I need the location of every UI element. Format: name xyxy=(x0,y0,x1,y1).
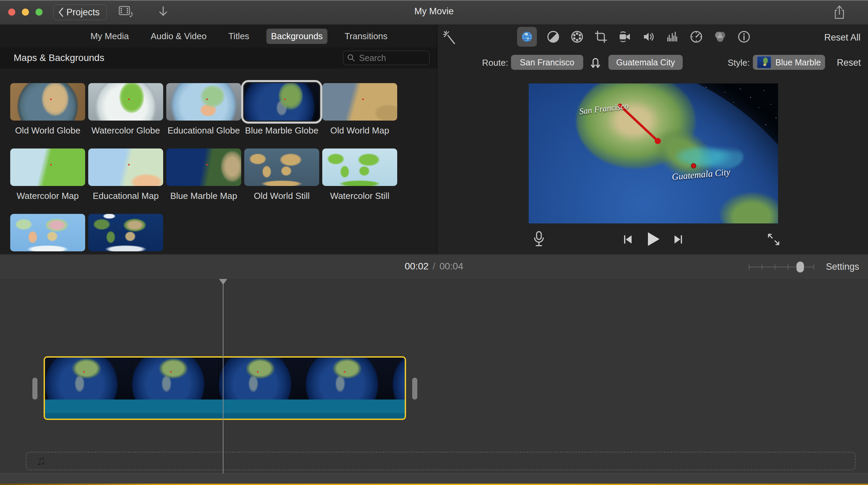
project-title: My Movie xyxy=(0,6,868,17)
slider-ticks xyxy=(749,264,814,270)
section-title: Maps & Backgrounds xyxy=(14,52,104,63)
map-globe-icon[interactable] xyxy=(517,27,537,47)
share-button[interactable] xyxy=(833,5,846,20)
route-controls: Route: San Francisco Guatemala City Styl… xyxy=(437,53,868,73)
thumbnail xyxy=(10,148,85,186)
playhead-line xyxy=(223,284,223,473)
clip-frame xyxy=(219,358,306,400)
video-preview: San Francisco Guatemala City xyxy=(529,83,778,223)
fullscreen-icon[interactable] xyxy=(766,232,781,247)
reset-button[interactable]: Reset xyxy=(837,58,861,68)
thumbnail xyxy=(10,214,85,251)
thumbnail xyxy=(166,83,241,121)
timeline-toolbar: 00:02 / 00:04 Settings xyxy=(0,254,868,279)
timecode-display: 00:02 / 00:04 xyxy=(405,261,463,272)
route-label: Route: xyxy=(482,58,508,68)
thumbnail xyxy=(322,83,397,121)
reset-all-button[interactable]: Reset All xyxy=(824,32,861,43)
thumbnail xyxy=(244,83,319,121)
tab-backgrounds[interactable]: Backgrounds xyxy=(266,29,328,44)
style-label: Style: xyxy=(728,58,750,68)
route-to-button[interactable]: Guatemala City xyxy=(608,55,683,70)
background-item-blue-marble-map[interactable]: Blue Marble Map xyxy=(166,148,241,201)
clip-trim-handle-right[interactable] xyxy=(412,378,417,400)
color-correction-icon[interactable] xyxy=(713,29,728,44)
search-icon xyxy=(347,53,356,62)
imovie-window: Projects ♪ My Movie My Media Aud xyxy=(0,0,868,485)
slider-thumb[interactable] xyxy=(796,262,804,272)
swap-route-icon[interactable] xyxy=(589,56,602,70)
current-time: 00:02 xyxy=(405,261,429,272)
browser-tabs: My Media Audio & Video Titles Background… xyxy=(0,25,437,47)
viewer-toolbar: Reset All xyxy=(437,25,868,50)
tab-audio-video[interactable]: Audio & Video xyxy=(146,29,211,44)
selected-video-clip[interactable] xyxy=(44,356,406,420)
route-overlay xyxy=(529,83,778,223)
background-item-blue-marble-globe[interactable]: Blue Marble Globe xyxy=(244,83,319,136)
clip-frame xyxy=(132,358,219,400)
magic-wand-icon[interactable] xyxy=(443,30,458,45)
color-wheel-icon[interactable] xyxy=(570,29,585,44)
search-field[interactable] xyxy=(343,51,430,65)
clip-filmstrip xyxy=(45,358,405,400)
clip-audio-waveform-bar xyxy=(45,400,405,419)
route-from-button[interactable]: San Francisco xyxy=(511,55,583,70)
search-input[interactable] xyxy=(358,53,426,63)
time-separator: / xyxy=(433,261,435,272)
thumbnail xyxy=(88,214,163,251)
speed-gauge-icon[interactable] xyxy=(689,29,704,44)
background-item-watercolor-still[interactable]: Watercolor Still xyxy=(322,148,397,201)
viewer-panel: Reset All Route: San Francisco Guatemala… xyxy=(437,25,868,254)
background-item-old-world-still[interactable]: Old World Still xyxy=(244,148,319,201)
background-item-watercolor-map[interactable]: Watercolor Map xyxy=(10,148,85,201)
playback-controls xyxy=(437,223,868,254)
audio-track-drop-zone[interactable]: ♫ xyxy=(26,452,856,470)
background-item-educational-globe[interactable]: Educational Globe xyxy=(166,83,241,136)
timeline-zoom-slider[interactable] xyxy=(749,262,814,272)
microphone-icon[interactable] xyxy=(532,231,546,248)
skip-back-button[interactable] xyxy=(621,233,634,246)
volume-icon[interactable] xyxy=(641,29,656,44)
music-note-icon: ♫ xyxy=(36,453,46,468)
background-item-old-world-map[interactable]: Old World Map xyxy=(322,83,397,136)
background-item-educational-map[interactable]: Educational Map xyxy=(88,148,163,201)
background-item-educational-still[interactable]: Educational Still xyxy=(10,214,85,254)
thumbnail xyxy=(244,148,319,186)
info-icon[interactable] xyxy=(737,29,751,44)
background-item-watercolor-globe[interactable]: Watercolor Globe xyxy=(88,83,163,136)
clip-frame xyxy=(392,358,405,400)
tab-transitions[interactable]: Transitions xyxy=(340,29,392,44)
total-duration: 00:04 xyxy=(439,261,463,272)
thumbnail xyxy=(88,148,163,186)
clip-frame xyxy=(306,358,392,400)
timeline[interactable]: ♫ xyxy=(0,279,868,473)
settings-button[interactable]: Settings xyxy=(826,262,859,272)
style-thumbnail xyxy=(757,56,771,68)
thumbnail xyxy=(166,148,241,186)
noise-reduction-eq-icon[interactable] xyxy=(665,29,680,44)
thumbnail xyxy=(10,83,85,121)
tab-titles[interactable]: Titles xyxy=(223,29,254,44)
style-picker-button[interactable]: Blue Marble xyxy=(753,55,825,70)
stabilization-camera-icon[interactable] xyxy=(617,29,632,44)
crop-icon[interactable] xyxy=(593,29,608,44)
filters-icon[interactable] xyxy=(546,29,561,44)
window-bottom-accent xyxy=(0,484,868,485)
clip-frame xyxy=(45,358,132,400)
clip-trim-handle-left[interactable] xyxy=(32,378,37,400)
background-item-blue-marble-still[interactable]: Blue Marble Still xyxy=(88,214,163,254)
thumbnail xyxy=(88,83,163,121)
tab-my-media[interactable]: My Media xyxy=(86,29,134,44)
backgrounds-grid: Old World Globe Watercolor Globe Educati… xyxy=(10,83,433,254)
adjust-icons-group xyxy=(517,27,751,47)
style-value: Blue Marble xyxy=(775,58,821,67)
skip-forward-button[interactable] xyxy=(672,233,685,246)
media-browser-panel: My Media Audio & Video Titles Background… xyxy=(0,25,437,254)
horizontal-scrollbar-track[interactable] xyxy=(0,473,868,485)
titlebar: Projects ♪ My Movie xyxy=(0,0,868,25)
play-button[interactable] xyxy=(644,230,662,248)
background-item-old-world-globe[interactable]: Old World Globe xyxy=(10,83,85,136)
browser-header: Maps & Backgrounds xyxy=(0,47,437,68)
thumbnail xyxy=(322,148,397,186)
